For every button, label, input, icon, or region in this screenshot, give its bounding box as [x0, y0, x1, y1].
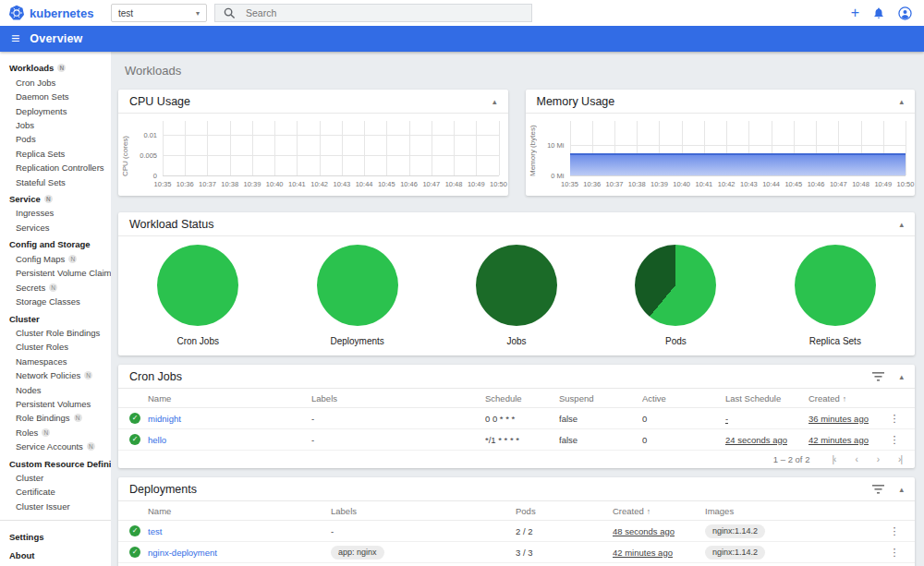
column-header-schedule[interactable]: Schedule — [485, 393, 559, 403]
sidebar-item-namespaces[interactable]: Namespaces — [0, 355, 111, 368]
namespaced-badge: N — [87, 442, 95, 451]
sidebar-item-service-accounts[interactable]: Service AccountsN — [0, 440, 111, 453]
prev-page-button[interactable]: ‹ — [855, 454, 857, 464]
sidebar-item-services[interactable]: Services — [0, 221, 111, 235]
sidebar-item-label: Workloads — [9, 63, 54, 73]
column-header-pods[interactable]: Pods — [516, 506, 613, 516]
sidebar-item-secrets[interactable]: SecretsN — [0, 280, 111, 294]
filter-button[interactable] — [872, 485, 884, 494]
sidebar-item-role-bindings[interactable]: Role BindingsN — [0, 411, 111, 425]
workload-status-pies: Cron JobsDeploymentsJobsPodsReplica Sets — [118, 236, 915, 355]
filter-icon — [872, 485, 884, 494]
row-menu-button[interactable]: ⋮ — [890, 434, 900, 446]
card-title: Memory Usage — [537, 95, 885, 108]
sidebar-item-deployments[interactable]: Deployments — [0, 103, 111, 117]
sidebar-item-cluster-roles[interactable]: Cluster Roles — [0, 340, 111, 354]
x-tick-label: 10:40 — [673, 180, 690, 188]
collapse-icon[interactable]: ▴ — [899, 372, 904, 381]
search-bar — [214, 4, 532, 22]
sidebar-item-cluster: Cluster — [0, 311, 111, 325]
first-page-button[interactable]: |‹ — [832, 454, 835, 464]
x-tick-label: 10:43 — [740, 180, 758, 188]
sidebar-item-ingresses[interactable]: Ingresses — [0, 206, 111, 220]
sidebar-item-network-policies[interactable]: Network PoliciesN — [0, 368, 111, 382]
cron-jobs-card-header: Cron Jobs ▴ — [118, 365, 915, 389]
sidebar-item-workloads[interactable]: WorkloadsN — [0, 61, 111, 75]
x-tick-label: 10:50 — [490, 180, 507, 188]
column-header-labels[interactable]: Labels — [311, 393, 485, 403]
column-header-name[interactable]: Name — [148, 506, 331, 516]
column-header-name[interactable]: Name — [148, 393, 311, 403]
kubernetes-logo[interactable]: kubernetes — [0, 5, 103, 21]
sidebar-item-replica-sets[interactable]: Replica Sets — [0, 147, 111, 161]
cell-value: false — [559, 435, 642, 445]
sidebar-nav: WorkloadsNCron JobsDaemon SetsDeployment… — [0, 52, 111, 566]
cell-value: - — [725, 414, 728, 424]
resource-link[interactable]: midnight — [148, 414, 311, 424]
sidebar-item-stateful-sets[interactable]: Stateful Sets — [0, 175, 111, 188]
cell-value: app: nginx — [331, 546, 384, 560]
sidebar-item-jobs[interactable]: Jobs — [0, 118, 111, 132]
next-page-button[interactable]: › — [877, 454, 879, 464]
resource-link[interactable]: nginx-deployment — [148, 548, 331, 558]
sidebar-item-daemon-sets[interactable]: Daemon Sets — [0, 90, 111, 103]
collapse-icon[interactable]: ▴ — [899, 220, 904, 229]
sidebar-item-cluster-role-bindings[interactable]: Cluster Role Bindings — [0, 326, 111, 340]
x-tick-label: 10:49 — [468, 180, 485, 188]
sidebar-item-storage-classes[interactable]: Storage Classes — [0, 295, 111, 308]
notifications-button[interactable] — [872, 6, 885, 19]
account-button[interactable] — [898, 6, 912, 20]
sidebar-item-cluster[interactable]: Cluster — [0, 471, 111, 485]
column-header-suspend[interactable]: Suspend — [559, 393, 642, 403]
collapse-icon[interactable]: ▴ — [899, 485, 904, 494]
column-header-labels[interactable]: Labels — [331, 506, 516, 516]
sidebar-item-cluster-issuer[interactable]: Cluster Issuer — [0, 500, 111, 513]
column-header-created[interactable]: Created↑ — [808, 393, 881, 403]
menu-button[interactable]: ≡ — [0, 31, 30, 46]
sidebar-item-roles[interactable]: RolesN — [0, 426, 111, 440]
search-input[interactable] — [244, 6, 523, 19]
sidebar-item-pods[interactable]: Pods — [0, 132, 111, 146]
collapse-icon[interactable]: ▴ — [899, 97, 904, 106]
sidebar-item-label: Cluster Issuer — [16, 501, 70, 512]
sidebar-item-about[interactable]: About — [0, 546, 111, 564]
cell-value: 0 — [642, 414, 725, 424]
namespace-selector[interactable]: test ▾ — [111, 4, 207, 22]
gridline — [432, 121, 432, 175]
sidebar-item-label: Persistent Volume Claims — [16, 268, 111, 278]
sidebar-item-service[interactable]: ServiceN — [0, 192, 111, 206]
memory-usage-card-header: Memory Usage ▴ — [526, 90, 916, 114]
table-row: ✓test-2 / 248 seconds agonginx:1.14.2⋮ — [118, 521, 915, 542]
deployments-head: NameLabelsPodsCreated↑Images — [118, 501, 915, 521]
sidebar-item-label: Service — [9, 194, 41, 204]
row-menu-button[interactable]: ⋮ — [890, 525, 900, 537]
sidebar-item-label: Cluster Roles — [16, 342, 68, 352]
column-header-created[interactable]: Created↑ — [613, 506, 705, 516]
gridline — [476, 121, 477, 175]
column-header-active[interactable]: Active — [642, 393, 725, 403]
resource-link[interactable]: hello — [148, 435, 311, 445]
sidebar-item-cron-jobs[interactable]: Cron Jobs — [0, 76, 111, 90]
resource-link[interactable]: test — [148, 526, 331, 536]
sidebar-item-label: Services — [16, 223, 49, 233]
gridline — [320, 121, 321, 175]
sidebar-item-config-maps[interactable]: Config MapsN — [0, 252, 111, 266]
row-menu-button[interactable]: ⋮ — [890, 547, 900, 559]
filter-button[interactable] — [872, 372, 884, 381]
column-header-images[interactable]: Images — [705, 506, 881, 516]
create-resource-button[interactable]: + — [851, 6, 859, 20]
sidebar-item-persistent-volume-claims[interactable]: Persistent Volume ClaimsN — [0, 266, 111, 280]
sidebar-item-replication-controllers[interactable]: Replication Controllers — [0, 161, 111, 175]
column-header-last-schedule[interactable]: Last Schedule — [725, 393, 808, 403]
sidebar-item-certificate[interactable]: Certificate — [0, 485, 111, 499]
sidebar-item-nodes[interactable]: Nodes — [0, 382, 111, 396]
status-succeeded-icon: ✓ — [129, 525, 140, 536]
x-tick-label: 10:44 — [356, 180, 373, 188]
row-menu-button[interactable]: ⋮ — [890, 413, 900, 425]
sidebar-item-label: Config and Storage — [9, 239, 91, 249]
sidebar-item-label: Settings — [9, 532, 43, 542]
last-page-button[interactable]: ›| — [898, 454, 902, 464]
sidebar-item-settings[interactable]: Settings — [0, 527, 111, 546]
collapse-icon[interactable]: ▴ — [492, 97, 497, 106]
sidebar-item-persistent-volumes[interactable]: Persistent Volumes — [0, 397, 111, 411]
